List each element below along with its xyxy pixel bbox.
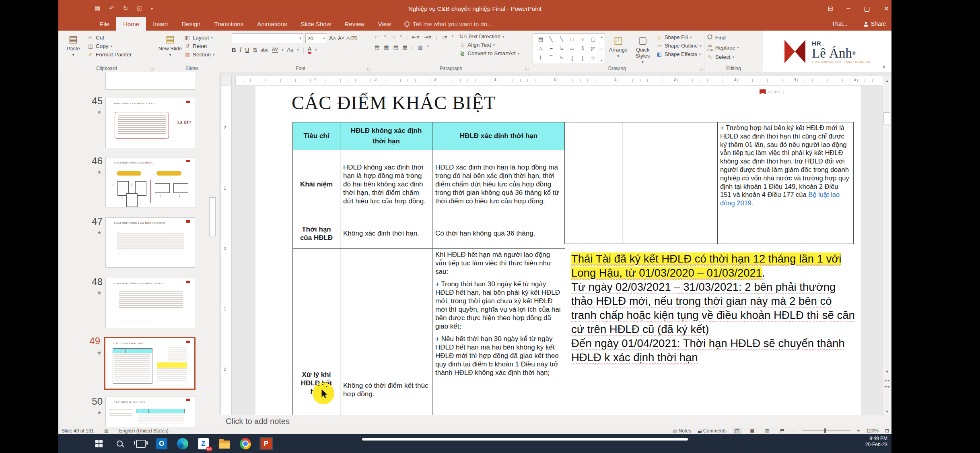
video-progress-bar[interactable] bbox=[362, 438, 688, 441]
columns-icon[interactable]: ▥ bbox=[418, 44, 422, 50]
next-slide-icon[interactable]: ⏷⏷ bbox=[883, 385, 891, 389]
table-cell[interactable]: Không xác định thời hạn. bbox=[340, 218, 432, 249]
file-explorer-icon[interactable] bbox=[218, 437, 231, 450]
clear-formatting-icon[interactable]: A⌫ bbox=[346, 35, 357, 41]
restore-button[interactable]: ▢ bbox=[864, 5, 870, 12]
drawing-dialog-launcher-icon[interactable]: ◱ bbox=[699, 67, 703, 71]
thumbnail-slide-47[interactable]: LOẠI HỢP ĐỒNG LAO ĐỘNG KXĐTH bbox=[105, 217, 195, 268]
align-right-icon[interactable]: ▤ bbox=[393, 44, 398, 50]
start-button[interactable] bbox=[92, 437, 105, 450]
account-name[interactable]: Thai... bbox=[832, 21, 848, 27]
task-view-icon[interactable] bbox=[134, 437, 147, 450]
thumbnail-slide-48[interactable]: LOẠI HỢP ĐỒNG LAO ĐỘNG XĐTH bbox=[105, 278, 195, 328]
strikethrough-button[interactable]: abc bbox=[260, 47, 268, 53]
ribbon-display-options-icon[interactable]: ⊟ bbox=[828, 5, 833, 12]
zoom-slider-thumb[interactable] bbox=[824, 428, 826, 433]
thumbnail-slide-44-partial[interactable] bbox=[105, 72, 195, 90]
slide-sorter-view-button[interactable]: ▦ bbox=[748, 428, 756, 434]
shadow-button[interactable]: S bbox=[253, 47, 257, 53]
font-name-combo[interactable]: ▾ bbox=[232, 33, 303, 43]
grow-font-icon[interactable]: A˄ bbox=[329, 35, 336, 41]
zoom-out-button[interactable]: − bbox=[793, 428, 796, 434]
font-size-combo[interactable]: 20▾ bbox=[305, 33, 327, 43]
tab-insert[interactable]: Insert bbox=[146, 17, 175, 31]
notes-scroll-up-icon[interactable]: ▲ bbox=[883, 409, 891, 413]
numbering-icon[interactable]: ≕ bbox=[390, 34, 395, 40]
table-header-cell[interactable]: HĐLĐ xác định thời hạn bbox=[432, 122, 565, 150]
tab-animations[interactable]: Animations bbox=[250, 17, 294, 31]
tab-review[interactable]: Review bbox=[338, 17, 371, 31]
font-color-button[interactable]: A bbox=[308, 46, 312, 54]
align-text-button[interactable]: ⇳Align Text ▾ bbox=[459, 42, 519, 48]
vertical-ruler[interactable]: 2 1 0 1 2 bbox=[220, 86, 232, 416]
paste-button[interactable]: ▤ Paste▾ bbox=[61, 32, 86, 65]
quick-styles-button[interactable]: ▢ Quick Styles▾ bbox=[632, 33, 654, 64]
reading-view-button[interactable]: ▥ bbox=[763, 428, 772, 434]
notes-placeholder[interactable]: Click to add notes bbox=[226, 417, 290, 426]
character-spacing-button[interactable]: AV bbox=[272, 47, 278, 53]
paragraph-dialog-launcher-icon[interactable]: ◱ bbox=[525, 67, 529, 71]
thumbnail-slide-49-selected[interactable]: CÁC ĐIỂM KHÁC BIỆT bbox=[104, 337, 196, 390]
bullets-icon[interactable]: ≔ bbox=[375, 34, 380, 40]
table-header-cell[interactable]: Tiêu chí bbox=[293, 122, 340, 150]
language-indicator[interactable]: English (United States) bbox=[119, 428, 169, 434]
zoom-level[interactable]: 120% bbox=[866, 428, 879, 434]
line-spacing-icon[interactable]: ↕≡ bbox=[442, 34, 447, 40]
slide-counter[interactable]: Slide 49 of 131 bbox=[62, 428, 94, 434]
zoom-in-button[interactable]: + bbox=[857, 428, 860, 434]
thumbnail-slide-46[interactable]: LOẠI HỢP ĐỒNG LAO ĐỘNG 1 2 3 1 2 bbox=[105, 157, 195, 207]
shrink-font-icon[interactable]: A˅ bbox=[338, 35, 344, 41]
align-center-icon[interactable]: ▦ bbox=[384, 44, 389, 50]
case-study-textbox[interactable]: Thái Tài đã ký kết HĐLĐ có thời hạn 12 t… bbox=[571, 252, 858, 364]
slide-title[interactable]: CÁC ĐIỂM KHÁC BIỆT bbox=[292, 92, 496, 114]
table-cell[interactable]: HĐLĐ xác định thời hạn là hợp đồng mà tr… bbox=[432, 150, 565, 218]
justify-icon[interactable]: ▦ bbox=[403, 44, 408, 50]
comments-toggle[interactable]: ⬓ Comments bbox=[698, 428, 727, 434]
format-painter-button[interactable]: ✐Format Painter bbox=[87, 52, 132, 58]
increase-indent-icon[interactable]: ⇥≡ bbox=[424, 34, 431, 40]
share-button[interactable]: Share bbox=[864, 21, 886, 27]
new-slide-button[interactable]: ▤ New Slide▾ bbox=[158, 32, 183, 65]
scroll-up-icon[interactable]: ▲ bbox=[883, 79, 891, 83]
change-case-button[interactable]: Aa bbox=[287, 47, 293, 53]
edge-icon[interactable] bbox=[176, 437, 189, 450]
table-cell[interactable]: HĐLĐ không xác định thời hạn là hợp đồng… bbox=[340, 150, 432, 218]
section-button[interactable]: ▥Section ▾ bbox=[184, 52, 215, 58]
text-direction-button[interactable]: ⇅AText Direction ▾ bbox=[459, 33, 519, 39]
minimize-button[interactable]: – bbox=[847, 5, 850, 12]
thumbnail-slide-45[interactable]: HỢP ĐỒNG LAO ĐỘNG LÀ GÌ ? LÀ GÌ ? bbox=[105, 98, 195, 148]
previous-slide-icon[interactable]: ⏶⏶ bbox=[883, 379, 891, 383]
display-settings-icon[interactable]: ⊠ bbox=[104, 428, 109, 434]
table-cell[interactable]: Khi HĐLĐ hết hạn mà người lao động vẫn t… bbox=[432, 249, 565, 415]
slide-scrollbar-thumb[interactable] bbox=[883, 112, 890, 124]
slide-canvas[interactable]: CÁC ĐIỂM KHÁC BIỆT Lê Ánh | Tiêu chí HĐL… bbox=[255, 86, 861, 415]
system-clock[interactable]: 8:49 PM 20-Feb-23 bbox=[865, 436, 887, 448]
underline-button[interactable]: U bbox=[245, 47, 249, 53]
notes-toggle[interactable]: ▤ Notes bbox=[673, 428, 691, 434]
find-button[interactable]: Find bbox=[707, 34, 760, 41]
table-continuation[interactable]: + Trường hợp hai bên ký kết HĐLĐ mới là … bbox=[564, 122, 854, 244]
font-dialog-launcher-icon[interactable]: ◱ bbox=[367, 67, 371, 71]
decrease-indent-icon[interactable]: ⇤≡ bbox=[412, 34, 419, 40]
scroll-down-icon[interactable]: ▼ bbox=[883, 370, 891, 374]
select-button[interactable]: ⇖Select ▾ bbox=[707, 54, 760, 60]
shapes-gallery[interactable]: ▤╲╲□○▢ △⌐↳⇨⇩◸ ⌇⌒∿{}☆ ▴▪▾ bbox=[533, 33, 605, 64]
search-icon[interactable] bbox=[113, 437, 126, 450]
powerpoint-taskbar-icon[interactable]: P bbox=[259, 437, 273, 450]
slideshow-view-button[interactable]: ⬒ bbox=[778, 428, 786, 434]
close-button[interactable]: ✕ bbox=[884, 5, 889, 12]
clipboard-dialog-launcher-icon[interactable]: ◱ bbox=[150, 67, 154, 71]
fit-to-window-icon[interactable]: ⊡ bbox=[885, 428, 889, 434]
tab-slideshow[interactable]: Slide Show bbox=[294, 17, 338, 31]
comparison-table[interactable]: Tiêu chí HĐLĐ không xác định thời hạn HĐ… bbox=[292, 122, 565, 415]
align-left-icon[interactable]: ▤ bbox=[375, 44, 379, 50]
normal-view-button[interactable]: ◫ bbox=[733, 428, 741, 434]
gallery-scrollbar[interactable]: ▴▪▾ bbox=[599, 35, 605, 63]
bold-button[interactable]: B bbox=[232, 47, 236, 53]
replace-button[interactable]: ab⇄acReplace ▾ bbox=[707, 43, 760, 52]
chrome-icon[interactable] bbox=[239, 437, 252, 450]
horizontal-ruler[interactable]: 4 3 2 1 0 1 2 3 4 5 bbox=[235, 76, 884, 85]
collapse-ribbon-icon[interactable]: ∧ bbox=[882, 64, 886, 70]
shape-fill-button[interactable]: ◇Shape Fill ▾ bbox=[656, 34, 702, 40]
note-text-cell[interactable]: + Trường hợp hai bên ký kết HĐLĐ mới là … bbox=[718, 122, 853, 244]
